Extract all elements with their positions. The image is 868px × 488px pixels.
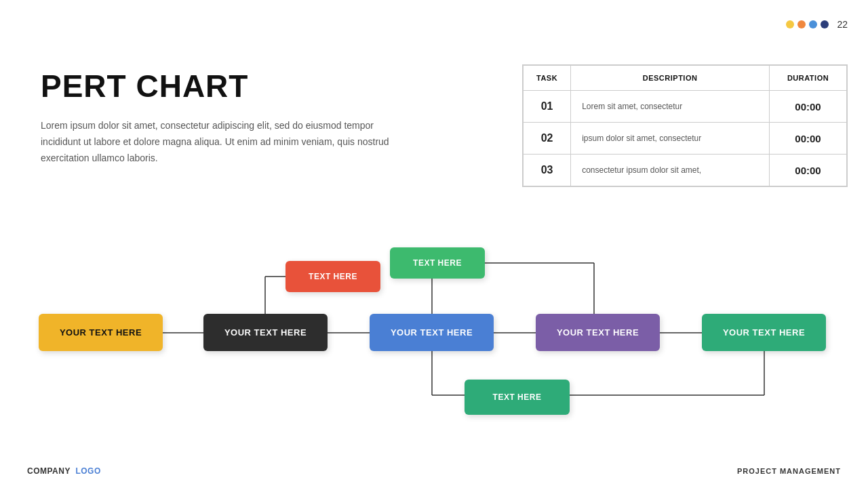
- page-description: Lorem ipsum dolor sit amet, consectetur …: [41, 118, 393, 166]
- task-03-desc: consectetur ipsum dolor sit amet,: [571, 155, 770, 186]
- left-content: PERT CHART Lorem ipsum dolor sit amet, c…: [41, 68, 448, 166]
- dot-yellow: [786, 20, 794, 28]
- node-text-here-bottom: TEXT HERE: [465, 380, 570, 415]
- task-01-num: 01: [524, 91, 571, 123]
- dot-blue: [809, 20, 817, 28]
- node-your-text-purple: YOUR TEXT HERE: [536, 314, 660, 351]
- task-02-duration: 00:00: [770, 123, 847, 155]
- task-table: TASK DESCRIPTION DURATION 01 Lorem sit a…: [522, 64, 848, 187]
- node-your-text-darkgray: YOUR TEXT HERE: [203, 314, 328, 351]
- logo-text: LOGO: [75, 466, 100, 476]
- task-02-desc: ipsum dolor sit amet, consectetur: [571, 123, 770, 155]
- table-row: 01 Lorem sit amet, consectetur 00:00: [524, 91, 847, 123]
- task-02-num: 02: [524, 123, 571, 155]
- dot-darkblue: [821, 20, 829, 28]
- task-03-num: 03: [524, 155, 571, 186]
- task-01-duration: 00:00: [770, 91, 847, 123]
- dot-orange: [797, 20, 806, 28]
- node-your-text-blue: YOUR TEXT HERE: [370, 314, 494, 351]
- node-your-text-yellow: YOUR TEXT HERE: [39, 314, 163, 351]
- col-description: DESCRIPTION: [571, 66, 770, 91]
- node-text-here-green: TEXT HERE: [390, 247, 485, 279]
- task-03-duration: 00:00: [770, 155, 847, 186]
- col-duration: DURATION: [770, 66, 847, 91]
- node-text-here-red: TEXT HERE: [285, 261, 380, 292]
- footer: COMPANY LOGO PROJECT MANAGEMENT: [0, 466, 868, 476]
- project-label: PROJECT MANAGEMENT: [737, 467, 841, 475]
- table-row: 02 ipsum dolor sit amet, consectetur 00:…: [524, 123, 847, 155]
- header: 22: [786, 19, 848, 30]
- company-logo: COMPANY LOGO: [27, 466, 101, 476]
- page-number: 22: [837, 19, 848, 30]
- decoration-dots: [786, 20, 829, 28]
- node-your-text-greenteal: YOUR TEXT HERE: [702, 314, 826, 351]
- company-text: COMPANY: [27, 466, 71, 476]
- pert-chart: TEXT HERE TEXT HERE YOUR TEXT HERE YOUR …: [0, 241, 868, 451]
- col-task: TASK: [524, 66, 571, 91]
- page-title: PERT CHART: [41, 68, 448, 104]
- task-01-desc: Lorem sit amet, consectetur: [571, 91, 770, 123]
- table-row: 03 consectetur ipsum dolor sit amet, 00:…: [524, 155, 847, 186]
